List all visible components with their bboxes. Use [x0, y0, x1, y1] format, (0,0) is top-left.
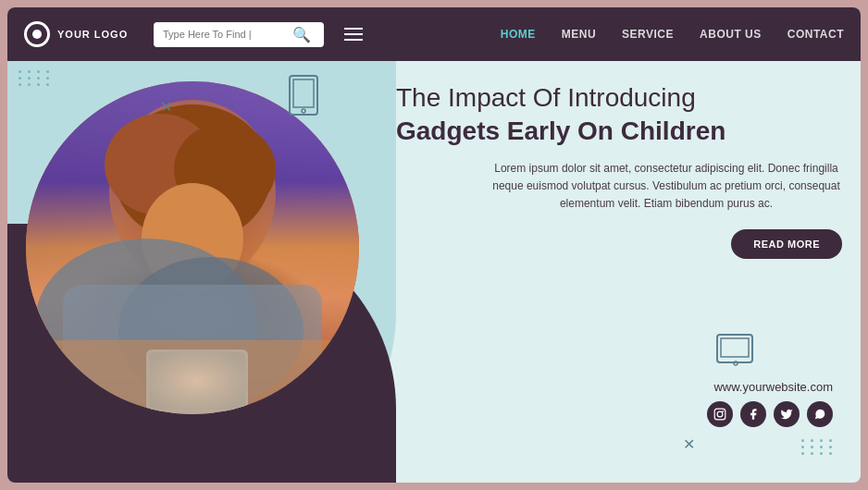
- right-content: The Impact Of Introducing Gadgets Early …: [396, 81, 842, 259]
- nav-contact[interactable]: CONTACT: [787, 28, 844, 41]
- dot: [46, 70, 49, 73]
- dot: [28, 70, 31, 73]
- navbar: YOUR LOGO 🔍 HOME MENU SERVICE ABOUT US C…: [7, 7, 861, 61]
- tablet-icon-top: [285, 74, 322, 120]
- dot: [820, 446, 823, 448]
- dot: [28, 77, 31, 80]
- hero-title-line1: The Impact Of Introducing: [396, 83, 696, 112]
- hamburger-line-2: [344, 33, 363, 35]
- website-url: www.yourwebsite.com: [713, 380, 833, 394]
- dot: [829, 439, 832, 442]
- search-button[interactable]: 🔍: [289, 26, 315, 43]
- dot: [829, 452, 832, 455]
- dot: [811, 439, 813, 442]
- hero-image: [26, 81, 359, 414]
- hamburger-line-3: [344, 39, 363, 41]
- dot: [829, 446, 832, 448]
- instagram-icon[interactable]: [707, 401, 733, 427]
- svg-rect-1: [293, 80, 314, 107]
- nav-menu[interactable]: MENU: [562, 28, 596, 41]
- tablet-icon-mid: [713, 332, 759, 373]
- dot: [37, 70, 40, 73]
- dot: [46, 77, 49, 80]
- dot: [19, 70, 21, 73]
- dot: [811, 446, 813, 448]
- svg-point-19: [717, 411, 723, 417]
- x-decoration-top: ✕: [160, 98, 172, 116]
- svg-point-2: [302, 109, 305, 113]
- hamburger-line-1: [344, 28, 363, 30]
- dot: [820, 439, 823, 442]
- logo-text: YOUR LOGO: [57, 29, 128, 40]
- nav-home[interactable]: HOME: [501, 28, 536, 41]
- svg-point-20: [722, 410, 724, 412]
- dot: [46, 83, 49, 86]
- dots-bottomright: [801, 439, 835, 455]
- hero-title: The Impact Of Introducing Gadgets Early …: [396, 81, 842, 149]
- svg-rect-16: [721, 338, 749, 357]
- dot: [19, 77, 21, 80]
- nav-about[interactable]: ABOUT US: [700, 28, 762, 41]
- dot: [801, 452, 804, 455]
- nav-links: HOME MENU SERVICE ABOUT US CONTACT: [501, 28, 844, 41]
- dot: [811, 452, 813, 455]
- bottom-right: www.yourwebsite.com: [707, 332, 833, 427]
- dot: [801, 446, 804, 448]
- logo-icon: [24, 21, 50, 47]
- main-container: YOUR LOGO 🔍 HOME MENU SERVICE ABOUT US C…: [7, 7, 861, 483]
- hero-title-line2: Gadgets Early On Children: [396, 115, 842, 148]
- photo-simulation: [26, 81, 359, 414]
- hero-description: Lorem ipsum dolor sit amet, consectetur …: [490, 160, 842, 214]
- dot: [801, 439, 804, 442]
- nav-service[interactable]: SERVICE: [622, 28, 674, 41]
- hamburger-menu-button[interactable]: [337, 24, 370, 44]
- social-icons: [707, 401, 833, 427]
- svg-rect-14: [26, 340, 359, 414]
- twitter-icon[interactable]: [774, 401, 800, 427]
- search-bar: 🔍: [154, 22, 324, 47]
- search-input[interactable]: [163, 29, 283, 40]
- whatsapp-icon[interactable]: [807, 401, 833, 427]
- dot: [820, 452, 823, 455]
- dots-topleft: [19, 70, 52, 86]
- dot: [28, 83, 31, 86]
- page-wrapper: YOUR LOGO 🔍 HOME MENU SERVICE ABOUT US C…: [0, 0, 868, 490]
- facebook-icon[interactable]: [740, 401, 766, 427]
- dot: [19, 83, 21, 86]
- svg-rect-18: [714, 409, 725, 420]
- dot: [37, 77, 40, 80]
- dot: [37, 83, 40, 86]
- logo-area: YOUR LOGO: [24, 21, 144, 47]
- x-decoration-bottom: ✕: [683, 435, 695, 453]
- read-more-button[interactable]: READ MORE: [731, 229, 842, 259]
